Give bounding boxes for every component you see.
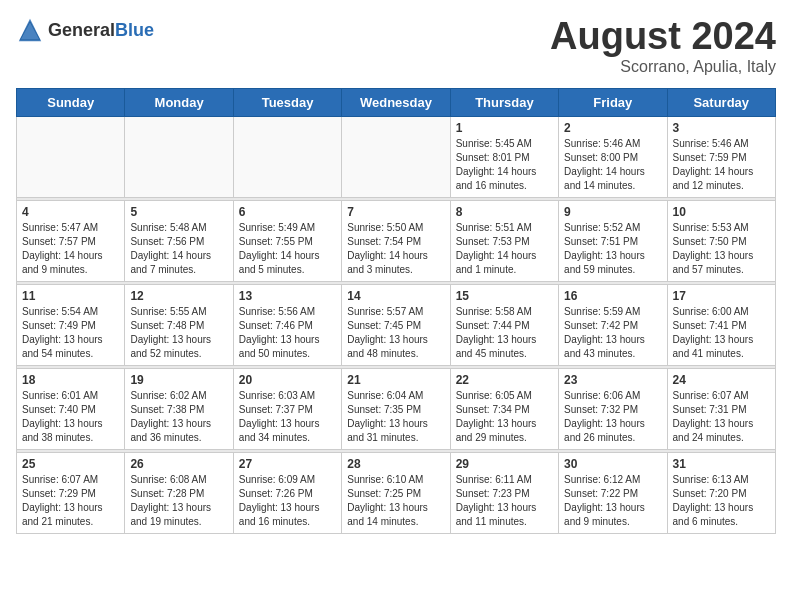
day-info: Sunrise: 6:01 AM Sunset: 7:40 PM Dayligh… [22,389,119,445]
weekday-header-monday: Monday [125,88,233,116]
calendar-cell: 28Sunrise: 6:10 AM Sunset: 7:25 PM Dayli… [342,452,450,533]
subtitle: Scorrano, Apulia, Italy [550,58,776,76]
day-number: 10 [673,205,770,219]
calendar-cell: 30Sunrise: 6:12 AM Sunset: 7:22 PM Dayli… [559,452,667,533]
title-area: August 2024 Scorrano, Apulia, Italy [550,16,776,76]
day-info: Sunrise: 6:05 AM Sunset: 7:34 PM Dayligh… [456,389,553,445]
day-info: Sunrise: 6:13 AM Sunset: 7:20 PM Dayligh… [673,473,770,529]
calendar-body: 1Sunrise: 5:45 AM Sunset: 8:01 PM Daylig… [17,116,776,533]
day-info: Sunrise: 5:58 AM Sunset: 7:44 PM Dayligh… [456,305,553,361]
day-info: Sunrise: 6:06 AM Sunset: 7:32 PM Dayligh… [564,389,661,445]
calendar-cell: 6Sunrise: 5:49 AM Sunset: 7:55 PM Daylig… [233,200,341,281]
day-number: 2 [564,121,661,135]
day-info: Sunrise: 5:47 AM Sunset: 7:57 PM Dayligh… [22,221,119,277]
day-number: 5 [130,205,227,219]
calendar-cell [233,116,341,197]
day-number: 23 [564,373,661,387]
day-number: 18 [22,373,119,387]
calendar-cell [125,116,233,197]
calendar-cell: 21Sunrise: 6:04 AM Sunset: 7:35 PM Dayli… [342,368,450,449]
calendar-cell: 1Sunrise: 5:45 AM Sunset: 8:01 PM Daylig… [450,116,558,197]
day-info: Sunrise: 5:54 AM Sunset: 7:49 PM Dayligh… [22,305,119,361]
day-info: Sunrise: 6:07 AM Sunset: 7:29 PM Dayligh… [22,473,119,529]
day-number: 15 [456,289,553,303]
calendar-cell: 20Sunrise: 6:03 AM Sunset: 7:37 PM Dayli… [233,368,341,449]
calendar-cell: 12Sunrise: 5:55 AM Sunset: 7:48 PM Dayli… [125,284,233,365]
calendar-week-3: 11Sunrise: 5:54 AM Sunset: 7:49 PM Dayli… [17,284,776,365]
day-number: 4 [22,205,119,219]
calendar-cell: 31Sunrise: 6:13 AM Sunset: 7:20 PM Dayli… [667,452,775,533]
day-number: 21 [347,373,444,387]
day-info: Sunrise: 5:45 AM Sunset: 8:01 PM Dayligh… [456,137,553,193]
day-number: 28 [347,457,444,471]
calendar-cell: 27Sunrise: 6:09 AM Sunset: 7:26 PM Dayli… [233,452,341,533]
weekday-header-row: SundayMondayTuesdayWednesdayThursdayFrid… [17,88,776,116]
calendar-cell [342,116,450,197]
calendar-cell: 16Sunrise: 5:59 AM Sunset: 7:42 PM Dayli… [559,284,667,365]
calendar-week-1: 1Sunrise: 5:45 AM Sunset: 8:01 PM Daylig… [17,116,776,197]
calendar-week-4: 18Sunrise: 6:01 AM Sunset: 7:40 PM Dayli… [17,368,776,449]
day-info: Sunrise: 6:04 AM Sunset: 7:35 PM Dayligh… [347,389,444,445]
day-info: Sunrise: 5:50 AM Sunset: 7:54 PM Dayligh… [347,221,444,277]
day-info: Sunrise: 5:46 AM Sunset: 8:00 PM Dayligh… [564,137,661,193]
main-title: August 2024 [550,16,776,58]
day-number: 22 [456,373,553,387]
day-number: 17 [673,289,770,303]
day-number: 1 [456,121,553,135]
day-number: 6 [239,205,336,219]
day-info: Sunrise: 5:59 AM Sunset: 7:42 PM Dayligh… [564,305,661,361]
logo-text-general: General [48,20,115,41]
day-info: Sunrise: 6:12 AM Sunset: 7:22 PM Dayligh… [564,473,661,529]
calendar-header: SundayMondayTuesdayWednesdayThursdayFrid… [17,88,776,116]
day-info: Sunrise: 6:07 AM Sunset: 7:31 PM Dayligh… [673,389,770,445]
day-number: 11 [22,289,119,303]
day-info: Sunrise: 5:53 AM Sunset: 7:50 PM Dayligh… [673,221,770,277]
day-number: 12 [130,289,227,303]
weekday-header-wednesday: Wednesday [342,88,450,116]
calendar-cell: 17Sunrise: 6:00 AM Sunset: 7:41 PM Dayli… [667,284,775,365]
day-number: 25 [22,457,119,471]
calendar-week-2: 4Sunrise: 5:47 AM Sunset: 7:57 PM Daylig… [17,200,776,281]
day-number: 26 [130,457,227,471]
day-info: Sunrise: 5:57 AM Sunset: 7:45 PM Dayligh… [347,305,444,361]
calendar-table: SundayMondayTuesdayWednesdayThursdayFrid… [16,88,776,534]
logo-icon [16,16,44,44]
logo-text-blue: Blue [115,20,154,41]
calendar-cell: 14Sunrise: 5:57 AM Sunset: 7:45 PM Dayli… [342,284,450,365]
weekday-header-thursday: Thursday [450,88,558,116]
day-info: Sunrise: 5:51 AM Sunset: 7:53 PM Dayligh… [456,221,553,277]
calendar-cell: 22Sunrise: 6:05 AM Sunset: 7:34 PM Dayli… [450,368,558,449]
calendar-cell: 29Sunrise: 6:11 AM Sunset: 7:23 PM Dayli… [450,452,558,533]
day-info: Sunrise: 5:52 AM Sunset: 7:51 PM Dayligh… [564,221,661,277]
calendar-cell: 3Sunrise: 5:46 AM Sunset: 7:59 PM Daylig… [667,116,775,197]
calendar-cell: 19Sunrise: 6:02 AM Sunset: 7:38 PM Dayli… [125,368,233,449]
calendar-cell [17,116,125,197]
calendar-cell: 23Sunrise: 6:06 AM Sunset: 7:32 PM Dayli… [559,368,667,449]
calendar-week-5: 25Sunrise: 6:07 AM Sunset: 7:29 PM Dayli… [17,452,776,533]
calendar-cell: 18Sunrise: 6:01 AM Sunset: 7:40 PM Dayli… [17,368,125,449]
day-info: Sunrise: 6:02 AM Sunset: 7:38 PM Dayligh… [130,389,227,445]
day-info: Sunrise: 6:00 AM Sunset: 7:41 PM Dayligh… [673,305,770,361]
calendar-cell: 25Sunrise: 6:07 AM Sunset: 7:29 PM Dayli… [17,452,125,533]
day-number: 9 [564,205,661,219]
day-info: Sunrise: 6:11 AM Sunset: 7:23 PM Dayligh… [456,473,553,529]
calendar-cell: 8Sunrise: 5:51 AM Sunset: 7:53 PM Daylig… [450,200,558,281]
day-info: Sunrise: 6:09 AM Sunset: 7:26 PM Dayligh… [239,473,336,529]
calendar-cell: 4Sunrise: 5:47 AM Sunset: 7:57 PM Daylig… [17,200,125,281]
page-header: General Blue August 2024 Scorrano, Apuli… [16,16,776,76]
calendar-cell: 9Sunrise: 5:52 AM Sunset: 7:51 PM Daylig… [559,200,667,281]
day-number: 29 [456,457,553,471]
weekday-header-sunday: Sunday [17,88,125,116]
day-info: Sunrise: 5:49 AM Sunset: 7:55 PM Dayligh… [239,221,336,277]
weekday-header-tuesday: Tuesday [233,88,341,116]
day-number: 24 [673,373,770,387]
calendar-cell: 5Sunrise: 5:48 AM Sunset: 7:56 PM Daylig… [125,200,233,281]
day-number: 14 [347,289,444,303]
day-info: Sunrise: 6:10 AM Sunset: 7:25 PM Dayligh… [347,473,444,529]
calendar-cell: 7Sunrise: 5:50 AM Sunset: 7:54 PM Daylig… [342,200,450,281]
calendar-cell: 13Sunrise: 5:56 AM Sunset: 7:46 PM Dayli… [233,284,341,365]
day-number: 30 [564,457,661,471]
calendar-cell: 24Sunrise: 6:07 AM Sunset: 7:31 PM Dayli… [667,368,775,449]
day-number: 27 [239,457,336,471]
calendar-cell: 10Sunrise: 5:53 AM Sunset: 7:50 PM Dayli… [667,200,775,281]
